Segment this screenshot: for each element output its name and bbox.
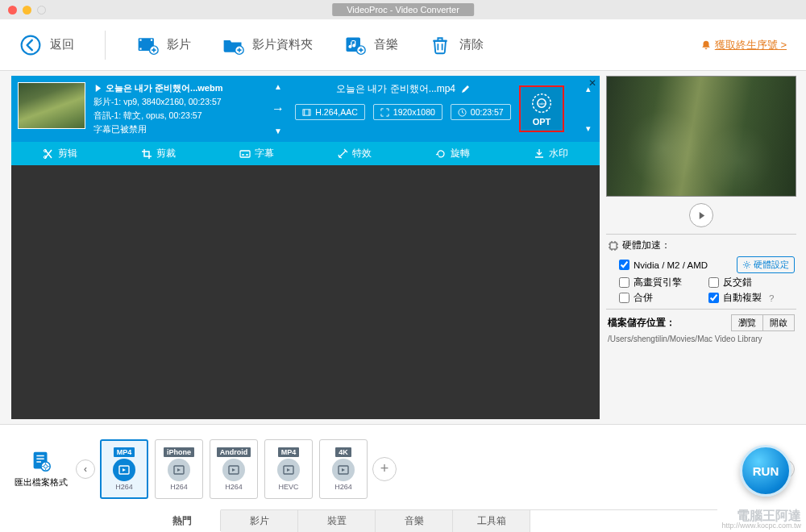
video-add-icon <box>136 34 159 56</box>
svg-rect-2 <box>139 39 141 40</box>
format-card-android-h264[interactable]: AndroidH264 <box>210 439 258 499</box>
format-icon <box>29 450 53 474</box>
gear-icon <box>742 260 751 269</box>
hq-engine-checkbox[interactable]: 高畫質引擎 <box>619 276 705 289</box>
subtitle-tool[interactable]: 字幕 <box>215 147 297 160</box>
video-list-panel: ✕ 오늘은 내가 준비했어...webm 影片-1: vp9, 3840x216… <box>11 76 600 419</box>
svg-rect-4 <box>151 39 152 40</box>
side-panel: 硬體加速： Nvidia / M2 / AMD 硬體設定 高畫質引擎 反交錯 合… <box>603 71 806 424</box>
clear-button[interactable]: 清除 <box>429 34 484 56</box>
output-format-header: 匯出檔案格式 <box>11 450 71 488</box>
format-card-mp4-h264[interactable]: MP4H264 <box>100 439 148 499</box>
preview-frame <box>607 77 796 196</box>
browse-button[interactable]: 瀏覽 <box>731 314 762 331</box>
reorder-arrows[interactable]: ▲→▼ <box>269 82 287 135</box>
format-card-4k-h264[interactable]: 4KH264 <box>319 439 368 499</box>
film-icon <box>302 108 311 117</box>
main-toolbar: 返回 影片 影片資料夾 音樂 清除 獲取終生序號 > <box>0 19 806 71</box>
format-list: MP4H264iPhoneH264AndroidH264MP4HEVC4KH26… <box>100 439 368 499</box>
output-info: 오늘은 내가 준비했어...mp4 H.264,AAC 1920x1080 00… <box>295 82 511 135</box>
effect-tool[interactable]: 特效 <box>314 147 396 160</box>
open-folder-button[interactable]: 開啟 <box>762 314 795 331</box>
play-button[interactable] <box>689 203 713 227</box>
tab-1[interactable]: 影片 <box>221 510 298 532</box>
svg-rect-10 <box>303 109 310 114</box>
svg-point-19 <box>746 264 749 267</box>
gpu-checkbox[interactable]: Nvidia / M2 / AMD <box>619 260 708 270</box>
duration-chip: 00:23:57 <box>451 104 511 120</box>
category-tabs: 熱門影片裝置音樂工具箱 <box>143 509 717 532</box>
crop-tool[interactable]: 剪裁 <box>118 147 200 160</box>
source-info: 오늘은 내가 준비했어...webm 影片-1: vp9, 3840x2160,… <box>93 82 261 135</box>
tab-2[interactable]: 裝置 <box>298 510 376 532</box>
save-path: /Users/shengtilin/Movies/Mac Video Libra… <box>608 335 795 343</box>
autocopy-checkbox[interactable]: 自動複製? <box>708 292 795 304</box>
save-location-section: 檔案儲存位置： 瀏覽 開啟 /Users/shengtilin/Movies/M… <box>606 309 796 343</box>
bell-icon <box>700 39 712 51</box>
help-icon[interactable]: ? <box>769 293 774 303</box>
svg-text:codec: codec <box>537 102 546 106</box>
format-prev-button[interactable]: ‹ <box>76 459 95 479</box>
video-thumbnail <box>18 82 85 129</box>
toolbar-separator <box>105 31 106 60</box>
save-location-label: 檔案儲存位置： <box>608 317 675 329</box>
codec-options-button[interactable]: codec OPT <box>519 85 564 132</box>
gear-icon: codec <box>530 91 554 115</box>
run-button[interactable]: RUN <box>740 445 791 497</box>
back-button[interactable]: 返回 <box>19 34 74 56</box>
rotate-tool[interactable]: 旋轉 <box>412 147 494 160</box>
promo-link[interactable]: 獲取終生序號 > <box>700 38 787 52</box>
tab-4[interactable]: 工具箱 <box>453 510 530 532</box>
format-card-mp4-hevc[interactable]: MP4HEVC <box>264 439 313 499</box>
svg-point-0 <box>22 35 40 54</box>
tab-0[interactable]: 熱門 <box>143 509 221 531</box>
add-video-button[interactable]: 影片 <box>136 34 191 56</box>
edit-icon[interactable] <box>460 85 470 94</box>
remove-item-button[interactable]: ✕ <box>588 77 596 89</box>
window-titlebar: VideoProc - Video Converter <box>0 0 806 19</box>
bottom-panel: 匯出檔案格式 ‹ MP4H264iPhoneH264AndroidH264MP4… <box>0 424 806 532</box>
svg-rect-17 <box>240 151 250 157</box>
window-title: VideoProc - Video Converter <box>332 3 474 16</box>
window-maximize-button[interactable] <box>37 6 46 15</box>
add-music-button[interactable]: 音樂 <box>343 34 398 56</box>
hw-settings-button[interactable]: 硬體設定 <box>737 256 795 273</box>
format-card-iphone-h264[interactable]: iPhoneH264 <box>155 439 203 499</box>
add-folder-button[interactable]: 影片資料夾 <box>222 34 313 56</box>
trash-icon <box>429 34 451 56</box>
resize-icon <box>380 108 389 117</box>
cut-tool[interactable]: 剪辑 <box>19 147 102 160</box>
folder-add-icon <box>222 34 244 56</box>
clock-icon <box>458 108 467 117</box>
edit-tools-row: 剪辑 剪裁 字幕 特效 旋轉 水印 <box>11 142 600 165</box>
window-close-button[interactable] <box>8 6 17 15</box>
play-icon <box>93 84 102 93</box>
svg-rect-3 <box>139 48 141 49</box>
music-add-icon <box>343 34 366 56</box>
item-scroll[interactable]: ▴▾ <box>584 82 593 135</box>
resolution-chip: 1920x1080 <box>373 104 442 120</box>
window-minimize-button[interactable] <box>23 6 31 15</box>
hardware-accel-section: 硬體加速： Nvidia / M2 / AMD 硬體設定 高畫質引擎 反交錯 合… <box>606 234 796 309</box>
add-format-button[interactable]: + <box>372 457 397 481</box>
back-icon <box>19 34 42 56</box>
chip-icon <box>608 240 619 251</box>
svg-rect-18 <box>610 243 617 249</box>
deinterlace-checkbox[interactable]: 反交錯 <box>708 276 795 289</box>
tab-3[interactable]: 音樂 <box>376 510 453 532</box>
video-item[interactable]: ✕ 오늘은 내가 준비했어...webm 影片-1: vp9, 3840x216… <box>11 76 600 165</box>
preview-area <box>606 76 796 197</box>
codec-chip: H.264,AAC <box>295 104 365 120</box>
watermark-tool[interactable]: 水印 <box>509 147 592 160</box>
merge-checkbox[interactable]: 合併 <box>619 292 705 304</box>
